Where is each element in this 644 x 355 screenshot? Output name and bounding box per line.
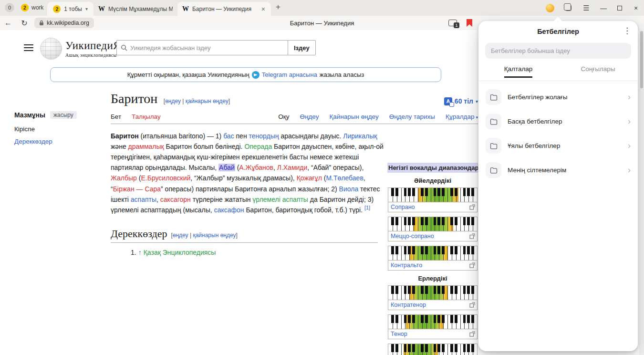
folder-label: Басқа бетбелгілер [508, 118, 622, 125]
wikipedia-logo[interactable] [40, 38, 62, 60]
bookmarks-search[interactable] [485, 43, 631, 59]
article-link[interactable]: Жалбыр [111, 174, 137, 182]
article-link[interactable]: драммалық [128, 143, 164, 150]
article-link[interactable]: Л.Хамиди [277, 164, 308, 171]
page-scrollbar[interactable] [639, 30, 644, 355]
page-tab[interactable]: Өңдеу [300, 113, 319, 120]
tab-title: Мүслім Мұхаммедұлы Ма [108, 6, 173, 12]
bookmark-folder-item[interactable]: Басқа бетбелгілер › [478, 109, 638, 134]
article-link[interactable]: [1] [364, 205, 370, 210]
page-tab[interactable]: Оқу [278, 113, 289, 120]
article-link[interactable]: тенордың [249, 132, 279, 140]
voice-label[interactable]: Сопрано [391, 204, 415, 210]
article-link[interactable]: саксагорн [160, 196, 191, 203]
bookmark-folder-item[interactable]: Бетбелгілер жолағы › [478, 85, 638, 109]
bookmark-flag-icon[interactable] [467, 19, 472, 27]
edit-source-link[interactable]: қайнарын өңдеу [186, 98, 229, 104]
bookmarks-tab[interactable]: Қалталар [478, 65, 558, 81]
language-icon: A [444, 97, 452, 105]
page-tab[interactable]: Құралдар▾ [446, 113, 478, 120]
bookmarks-search-input[interactable] [491, 47, 625, 54]
tab-muslim[interactable]: W Мүслім Мұхаммедұлы Ма [93, 2, 177, 16]
toc-list: КіріспеДереккөздер [14, 125, 100, 145]
restore-icon [617, 6, 622, 10]
expand-icon[interactable] [469, 262, 475, 268]
tab-bariton[interactable]: W Баритон — Уикипедия × [177, 2, 271, 16]
piano-keyboard-image[interactable] [388, 217, 477, 231]
voice-label[interactable]: Контратенор [391, 302, 426, 308]
article-link[interactable]: А.Жұбанов [239, 164, 273, 171]
article-link[interactable]: Е.Брусиловский [141, 174, 190, 182]
url-field[interactable]: kk.wikipedia.org [34, 18, 94, 28]
wikipedia-favicon: W [98, 6, 105, 12]
article-link[interactable]: Қожағұл [297, 174, 322, 182]
close-tab-icon[interactable]: × [260, 5, 266, 13]
expand-icon[interactable] [469, 233, 475, 239]
tab-group-badge-0[interactable]: 0 [5, 3, 14, 12]
piano-keyboard-image[interactable] [388, 286, 477, 300]
browser-menu-icon[interactable]: ☰ [577, 0, 595, 16]
article-link[interactable]: Виола [339, 185, 359, 193]
bookmarks-tab[interactable]: Соңғылары [558, 65, 638, 81]
page-tab[interactable]: Қайнарын өңдеу [329, 113, 378, 120]
main-menu-icon[interactable] [24, 44, 33, 51]
close-window-button[interactable]: × [628, 0, 644, 16]
piano-keyboard-image[interactable] [388, 315, 477, 329]
panels-icon[interactable] [559, 0, 577, 16]
voice-label[interactable]: Меццо-сопрано [391, 233, 434, 240]
article-link[interactable]: Абай [218, 164, 235, 171]
backlink-arrow[interactable]: ↑ [138, 249, 142, 256]
bookmark-folder-item[interactable]: Менің сілтемелерім › [478, 158, 638, 182]
article-link[interactable]: Біржан — Сара [113, 185, 161, 193]
minimize-button[interactable]: — [595, 0, 612, 16]
tab-group-count-badge: 2 [21, 4, 29, 11]
piano-keyboard-image[interactable] [388, 246, 477, 261]
language-selector[interactable]: A 60 тіл ▾ [444, 97, 478, 105]
article-link[interactable]: Операда [244, 143, 272, 150]
refresh-icon[interactable]: ↻ [16, 19, 32, 28]
article-link[interactable]: бас [223, 132, 234, 140]
voice-label[interactable]: Тенор [391, 331, 407, 337]
wiki-search-input[interactable] [130, 44, 284, 52]
article-link[interactable]: Лирикалық [343, 132, 377, 140]
edit-link[interactable]: өңдеу [173, 232, 188, 239]
article-text: , [156, 196, 160, 203]
reference-link[interactable]: Қазақ Энциклопедиясы [144, 249, 216, 256]
tab-preview-icon[interactable]: 1 [448, 20, 457, 26]
edit-source-link[interactable]: қайнарын өңдеу [193, 232, 236, 239]
expand-icon[interactable] [469, 204, 475, 210]
kebab-menu-icon[interactable]: ⋮ [623, 26, 631, 36]
article-link[interactable]: М.Төлебаев [326, 174, 363, 182]
wikipedia-wordmark[interactable]: УикипедиЯ Ашық энциклопедиясы [65, 40, 121, 58]
article-text: арасындағы дауыс. [279, 132, 343, 140]
maximize-button[interactable] [612, 0, 628, 16]
wiki-search-button[interactable]: Іздеу [288, 40, 316, 55]
scrollbar-thumb[interactable] [640, 31, 643, 88]
page-tab[interactable]: Талқылау [132, 113, 161, 120]
telegram-link[interactable]: Telegram арнасына [262, 71, 317, 78]
expand-icon[interactable] [469, 331, 475, 337]
chevron-down-icon: ▾ [85, 6, 88, 11]
edit-link[interactable]: өңдеу [165, 98, 181, 104]
article-link[interactable]: саксафон [214, 206, 244, 214]
piano-keyboard-image[interactable] [388, 344, 477, 355]
article-link[interactable]: үрлемелі аспапты [252, 196, 308, 203]
bookmark-folder-item[interactable]: Ұялы бетбелгілер › [478, 134, 638, 158]
article-link[interactable]: аспапты [131, 196, 156, 203]
voice-label[interactable]: Контральто [391, 262, 422, 269]
address-page-title: Баритон — Уикипедия [290, 20, 354, 27]
toc-hide-button[interactable]: жасыру [50, 111, 77, 119]
page-tab[interactable]: Өңделу тарихы [389, 113, 435, 120]
page-tab[interactable]: Бет [111, 113, 121, 120]
toc-item[interactable]: Кіріспе [14, 125, 100, 133]
back-icon[interactable]: ← [0, 19, 16, 27]
alice-assistant-icon[interactable] [541, 0, 559, 16]
tab-title: Баритон — Уикипедия [192, 6, 257, 12]
tab-group-1toby[interactable]: 2 1 тобы ▾ [47, 2, 93, 16]
wiki-search-box[interactable] [116, 40, 288, 55]
piano-keyboard-image[interactable] [388, 188, 477, 202]
tab-group-work[interactable]: 2 work [17, 2, 47, 13]
expand-icon[interactable] [469, 302, 475, 308]
new-tab-button[interactable]: + [276, 2, 280, 12]
toc-item[interactable]: Дереккөздер [14, 138, 100, 145]
